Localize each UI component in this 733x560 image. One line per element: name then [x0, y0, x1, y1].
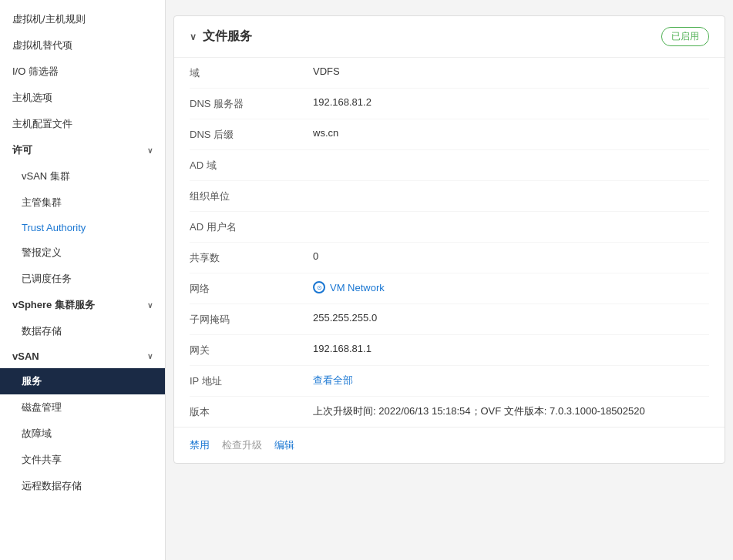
sidebar-item-alert-def[interactable]: 警报定义 — [0, 240, 165, 266]
section-title: ∨ 文件服务 — [190, 29, 252, 45]
sidebar: 虚拟机/主机规则 虚拟机替代项 I/O 筛选器 主机选项 主机配置文件 许可 ∨… — [0, 0, 166, 560]
edit-button[interactable]: 编辑 — [274, 438, 294, 452]
field-dns-suffix: DNS 后缀 ws.cn — [190, 119, 709, 150]
field-version: 版本 上次升级时间: 2022/06/13 15:18:54；OVF 文件版本:… — [190, 397, 709, 427]
field-domain: 域 VDFS — [190, 58, 709, 89]
network-icon: ⊙ — [313, 281, 325, 293]
sidebar-item-remote-storage[interactable]: 远程数据存储 — [0, 473, 165, 499]
sidebar-item-vm-overrides[interactable]: 虚拟机替代项 — [0, 32, 165, 59]
field-network: 网络 ⊙ VM Network — [190, 273, 709, 304]
sidebar-item-disk-mgmt[interactable]: 磁盘管理 — [0, 394, 165, 421]
sidebar-item-host-profiles[interactable]: 主机配置文件 — [0, 111, 165, 137]
sidebar-item-trust-authority[interactable]: Trust Authority — [0, 216, 165, 240]
chevron-icon: ∨ — [147, 146, 153, 155]
field-ad-username: AD 用户名 — [190, 212, 709, 243]
sidebar-item-service[interactable]: 服务 — [0, 368, 165, 394]
sidebar-item-master-cluster[interactable]: 主管集群 — [0, 189, 165, 216]
network-link[interactable]: ⊙ VM Network — [313, 281, 709, 293]
action-bar: 禁用 检查升级 编辑 — [174, 427, 725, 463]
field-ad-domain: AD 域 — [190, 150, 709, 181]
main-content: ∨ 文件服务 已启用 域 VDFS DNS 服务器 192.168.81.2 D… — [166, 0, 733, 560]
sidebar-item-fault-domain[interactable]: 故障域 — [0, 421, 165, 447]
sidebar-item-file-share[interactable]: 文件共享 — [0, 447, 165, 473]
field-dns-server: DNS 服务器 192.168.81.2 — [190, 89, 709, 119]
sidebar-section-vsan[interactable]: vSAN ∨ — [0, 344, 165, 368]
field-gateway: 网关 192.168.81.1 — [190, 335, 709, 366]
sidebar-section-vsphere-cluster-svc[interactable]: vSphere 集群服务 ∨ — [0, 292, 165, 318]
collapse-icon[interactable]: ∨ — [190, 32, 197, 42]
file-service-panel: ∨ 文件服务 已启用 域 VDFS DNS 服务器 192.168.81.2 D… — [173, 15, 725, 464]
version-value: 上次升级时间: 2022/06/13 15:18:54；OVF 文件版本: 7.… — [313, 404, 709, 418]
sidebar-item-vm-host-rules[interactable]: 虚拟机/主机规则 — [0, 6, 165, 32]
sidebar-item-data-storage[interactable]: 数据存储 — [0, 318, 165, 344]
chevron-icon: ∨ — [147, 352, 153, 360]
sidebar-item-scheduled-tasks[interactable]: 已调度任务 — [0, 266, 165, 292]
chevron-icon: ∨ — [147, 301, 153, 310]
field-ip-address: IP 地址 查看全部 — [190, 366, 709, 397]
sidebar-item-host-options[interactable]: 主机选项 — [0, 85, 165, 111]
field-share-count: 共享数 0 — [190, 243, 709, 273]
status-badge: 已启用 — [661, 27, 709, 46]
sidebar-item-vsan-cluster[interactable]: vSAN 集群 — [0, 163, 165, 189]
disable-button[interactable]: 禁用 — [190, 438, 210, 452]
info-table: 域 VDFS DNS 服务器 192.168.81.2 DNS 后缀 ws.cn… — [174, 58, 725, 427]
sidebar-item-io-filter[interactable]: I/O 筛选器 — [0, 59, 165, 85]
file-service-header: ∨ 文件服务 已启用 — [174, 16, 725, 58]
field-org-unit: 组织单位 — [190, 181, 709, 212]
sidebar-section-permit[interactable]: 许可 ∨ — [0, 137, 165, 163]
field-subnet-mask: 子网掩码 255.255.255.0 — [190, 304, 709, 335]
check-upgrade-button: 检查升级 — [222, 438, 262, 452]
ip-address-link[interactable]: 查看全部 — [313, 374, 709, 387]
